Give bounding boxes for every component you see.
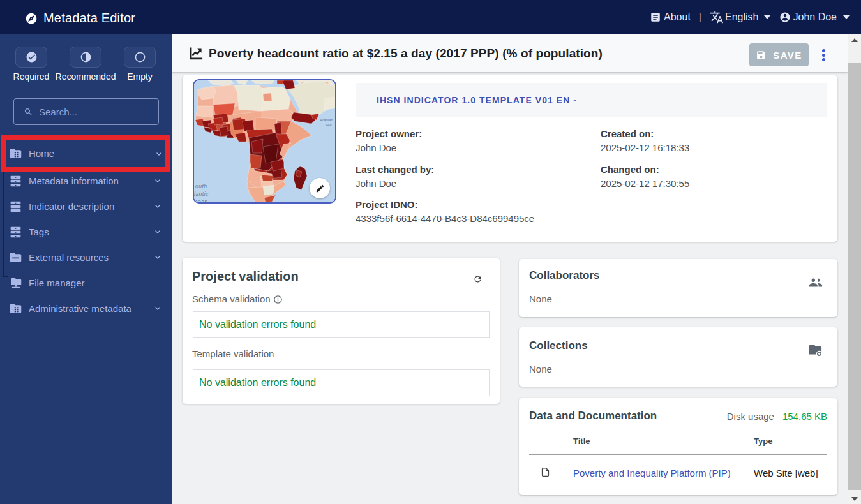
svg-text:outh: outh	[195, 183, 207, 189]
svg-text:Sea: Sea	[325, 123, 332, 127]
svg-text:cean: cean	[195, 198, 207, 202]
svg-text:Arabian: Arabian	[319, 118, 333, 122]
svg-text:lantic: lantic	[194, 191, 209, 197]
